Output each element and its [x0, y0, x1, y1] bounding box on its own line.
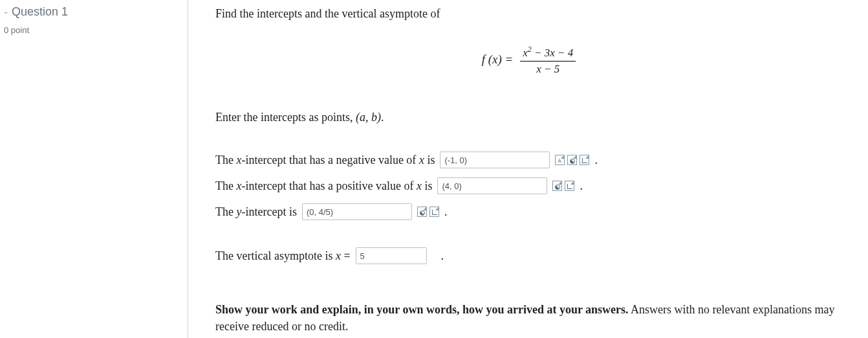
- r2v2: x: [417, 179, 422, 192]
- preview-icon[interactable]: [567, 155, 577, 165]
- show-work-bold: Show your work and explain, in your own …: [215, 303, 629, 316]
- symbolic-entry-icon[interactable]: [555, 155, 565, 165]
- row4-period: .: [441, 247, 444, 264]
- y-intercept-input[interactable]: [302, 203, 412, 220]
- r1b: -intercept that has a negative value of: [241, 153, 418, 166]
- r2a: The: [215, 179, 236, 192]
- r4v: x: [336, 249, 341, 262]
- row3-label: The y-intercept is: [215, 203, 297, 220]
- preview-icon[interactable]: [417, 207, 427, 217]
- y-intercept-row: The y-intercept is .: [215, 203, 842, 220]
- instr-part-a: Enter the intercepts as points,: [215, 111, 356, 124]
- question-sidebar: - Question 1 0 point: [0, 0, 188, 338]
- row3-icons: [417, 207, 439, 217]
- show-work-instruction: Show your work and explain, in your own …: [215, 301, 842, 335]
- r1c: is: [424, 153, 435, 166]
- r2c: is: [422, 179, 433, 192]
- r1a: The: [215, 153, 236, 166]
- vertical-asymptote-input[interactable]: [356, 247, 427, 264]
- row2-icons: [552, 181, 574, 191]
- x-intercept-negative-row: The x-intercept that has a negative valu…: [215, 152, 842, 168]
- x-intercept-positive-input[interactable]: [437, 177, 547, 194]
- prompt-text: Find the intercepts and the vertical asy…: [215, 5, 842, 22]
- instr-period: .: [381, 111, 384, 124]
- help-icon[interactable]: [429, 207, 439, 217]
- spacer: [215, 229, 842, 247]
- row3-period: .: [444, 203, 448, 220]
- page-root: - Question 1 0 point Find the intercepts…: [0, 0, 868, 338]
- spacer-2: [215, 274, 842, 301]
- equation-fraction: x2 − 3x − 4 x − 5: [520, 44, 576, 78]
- r3a: The: [215, 205, 236, 218]
- equation-lhs: f (x) =: [482, 52, 514, 66]
- num-rest: − 3x − 4: [532, 47, 574, 59]
- help-icon[interactable]: [580, 155, 589, 165]
- row2-label: The x-intercept that has a positive valu…: [215, 177, 432, 194]
- row1-icons: [555, 155, 589, 165]
- row1-label: The x-intercept that has a negative valu…: [215, 152, 435, 168]
- preview-icon[interactable]: [552, 181, 562, 191]
- r4a: The vertical asymptote is: [215, 249, 336, 262]
- fraction-numerator: x2 − 3x − 4: [520, 44, 576, 62]
- row2-period: .: [580, 177, 583, 194]
- question-body: Find the intercepts and the vertical asy…: [188, 0, 868, 338]
- equation-display: f (x) = x2 − 3x − 4 x − 5: [215, 44, 842, 78]
- r2b: -intercept that has a positive value of: [241, 179, 416, 192]
- num-x: x: [523, 47, 528, 59]
- row4-label: The vertical asymptote is x =: [215, 247, 351, 264]
- instruction-text: Enter the intercepts as points, (a, b).: [215, 109, 842, 126]
- r1v2: x: [419, 153, 424, 166]
- question-header-row[interactable]: - Question 1: [4, 5, 188, 19]
- instr-ab-point: (a, b): [356, 111, 381, 124]
- row1-period: .: [594, 152, 598, 168]
- question-title: Question 1: [12, 5, 68, 19]
- r3b: -intercept is: [241, 205, 296, 218]
- collapse-dash-icon: -: [4, 6, 8, 18]
- x-intercept-negative-input[interactable]: [440, 152, 550, 168]
- question-points: 0 point: [4, 25, 188, 35]
- x-intercept-positive-row: The x-intercept that has a positive valu…: [215, 177, 842, 194]
- fraction-denominator: x − 5: [520, 62, 576, 78]
- help-icon[interactable]: [565, 181, 574, 191]
- vertical-asymptote-row: The vertical asymptote is x = .: [215, 247, 842, 264]
- r4eq: =: [341, 249, 351, 262]
